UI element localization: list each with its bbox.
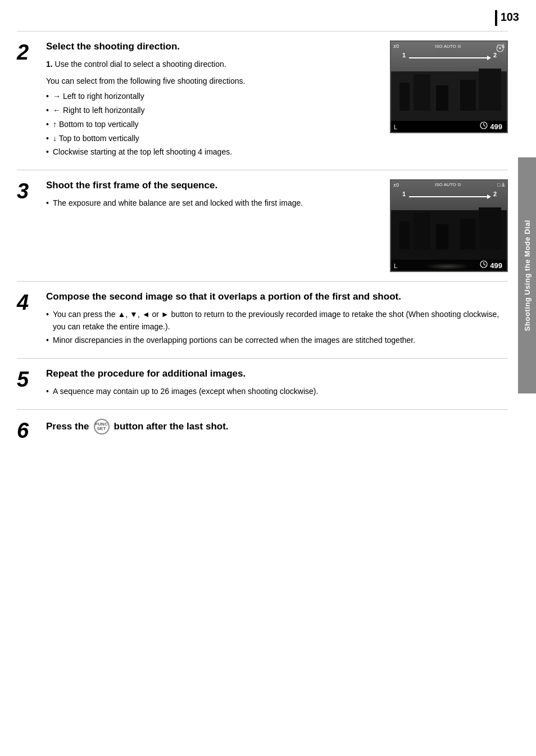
- bullet-item: Minor discrepancies in the overlapping p…: [46, 334, 508, 347]
- cam3-step-2: 2: [493, 191, 497, 197]
- svg-line-2: [484, 125, 485, 126]
- cam3-shots-count: 499: [490, 261, 502, 270]
- step-2-row: 2 Select the shooting direction. 1. Use …: [17, 31, 508, 170]
- step-3-body: The exposure and white balance are set a…: [46, 197, 384, 210]
- step-2-text: Select the shooting direction. 1. Use th…: [46, 40, 384, 161]
- main-content: 2 Select the shooting direction. 1. Use …: [17, 31, 508, 450]
- step-4-number: 4: [17, 291, 46, 349]
- bullet-item: You can press the ▲, ▼, ◄ or ► button to…: [46, 309, 508, 333]
- side-tab: Shooting Using the Mode Dial: [518, 157, 536, 393]
- cam3-mode-icons: □ â: [497, 182, 505, 188]
- step-3-text: Shoot the first frame of the sequence. T…: [46, 179, 384, 272]
- camera-screen-3: ±0 ISO AUTO ⊙ □ â 1 2 L: [390, 179, 508, 272]
- bullet-item: → Left to right horizontally: [46, 90, 384, 103]
- bullet-item: ↑ Bottom to top vertically: [46, 119, 384, 131]
- page-number: 103: [495, 10, 519, 26]
- step-5-content: Repeat the procedure for additional imag…: [46, 368, 508, 400]
- bullet-item: The exposure and white balance are set a…: [46, 197, 384, 210]
- cam3-direction-arrow: [409, 194, 491, 199]
- cam-step-1: 1: [402, 52, 406, 58]
- step-2-substep: 1. Use the control dial to select a shoo…: [46, 58, 384, 71]
- cam-right-icons: [496, 44, 504, 52]
- step-5-body: A sequence may contain up to 26 images (…: [46, 386, 508, 398]
- step-5-row: 5 Repeat the procedure for additional im…: [17, 358, 508, 409]
- cam-step-2: 2: [493, 52, 497, 58]
- cam-exposure-val: ±0: [393, 43, 399, 49]
- cam-direction-arrow: [409, 56, 491, 60]
- step-5-heading: Repeat the procedure for additional imag…: [46, 368, 508, 380]
- cam-iso: ISO AUTO ⊙: [435, 44, 461, 49]
- step-6-content: Press the FUNCSET button after the last …: [46, 419, 508, 441]
- step-3-row: 3 Shoot the first frame of the sequence.…: [17, 170, 508, 281]
- step-2-heading: Select the shooting direction.: [46, 40, 384, 53]
- step-3-bullets: The exposure and white balance are set a…: [46, 197, 384, 210]
- cam-timer-icon: [480, 121, 488, 131]
- step-4-content: Compose the second image so that it over…: [46, 291, 508, 349]
- cam3-L-indicator: L: [394, 262, 397, 269]
- cam3-timer-icon: [480, 260, 488, 270]
- step-3-number: 3: [17, 179, 46, 272]
- step-5-bullets: A sequence may contain up to 26 images (…: [46, 386, 508, 398]
- step-6-row: 6 Press the FUNCSET button after the las…: [17, 409, 508, 450]
- step-2-content: Select the shooting direction. 1. Use th…: [46, 40, 508, 161]
- step-2-number: 2: [17, 40, 46, 161]
- bullet-item: A sequence may contain up to 26 images (…: [46, 386, 508, 398]
- step-3-image: ±0 ISO AUTO ⊙ □ â 1 2 L: [384, 179, 508, 272]
- step-2-bullets: → Left to right horizontally ← Right to …: [46, 90, 384, 158]
- step-3-content: Shoot the first frame of the sequence. T…: [46, 179, 508, 272]
- step-4-bullets: You can press the ▲, ▼, ◄ or ► button to…: [46, 309, 508, 347]
- step-6-prefix: Press the: [46, 420, 89, 433]
- cam-top-icons: ±0 ISO AUTO ⊙ □ â: [393, 43, 505, 49]
- cam3-exposure-val: ±0: [393, 182, 399, 188]
- step-2-body: You can select from the following five s…: [46, 75, 384, 159]
- cam-L-indicator: L: [394, 124, 397, 130]
- cam-shots-count: 499: [490, 123, 502, 131]
- svg-line-6: [484, 264, 485, 265]
- step-6-number: 6: [17, 419, 46, 441]
- cam3-step-1: 1: [402, 191, 406, 197]
- cam3-top-icons: ±0 ISO AUTO ⊙ □ â: [393, 182, 505, 188]
- step-4-body: You can press the ▲, ▼, ◄ or ► button to…: [46, 309, 508, 347]
- step-6-suffix: button after the last shot.: [114, 420, 229, 433]
- func-set-button-icon: FUNCSET: [94, 419, 110, 434]
- cam3-iso: ISO AUTO ⊙: [435, 182, 461, 187]
- step-5-number: 5: [17, 368, 46, 400]
- bullet-item: ← Right to left horizontally: [46, 105, 384, 117]
- side-tab-label: Shooting Using the Mode Dial: [523, 220, 532, 331]
- step-6-heading: Press the FUNCSET button after the last …: [46, 419, 508, 434]
- step-4-row: 4 Compose the second image so that it ov…: [17, 281, 508, 358]
- step-4-heading: Compose the second image so that it over…: [46, 291, 508, 303]
- camera-screen-2: ±0 ISO AUTO ⊙ □ â 1 2 L: [390, 40, 508, 133]
- step-6-heading-text: Press the FUNCSET button after the last …: [46, 419, 508, 434]
- step-2-image: ±0 ISO AUTO ⊙ □ â 1 2 L: [384, 40, 508, 161]
- bullet-item: Clockwise starting at the top left shoot…: [46, 146, 384, 159]
- bullet-item: ↓ Top to bottom vertically: [46, 133, 384, 145]
- step-3-heading: Shoot the first frame of the sequence.: [46, 179, 384, 192]
